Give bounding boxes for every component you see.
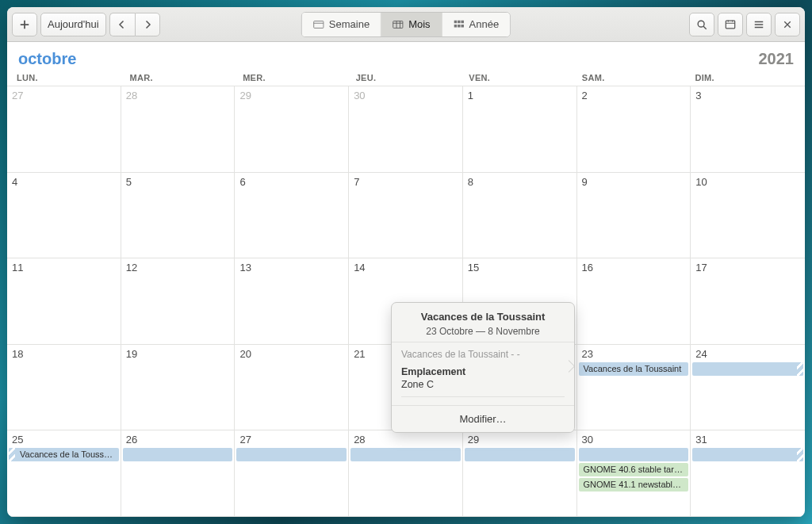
weekday: VEN. bbox=[462, 73, 576, 82]
add-event-button[interactable] bbox=[12, 13, 37, 36]
popover-body: Vacances de la Toussaint - - Emplacement… bbox=[392, 342, 574, 405]
day-cell[interactable]: 25Vacances de la Toussaint bbox=[7, 430, 121, 517]
view-week-button[interactable]: Semaine bbox=[302, 13, 381, 36]
svg-rect-5 bbox=[454, 25, 457, 28]
day-cell[interactable]: 6 bbox=[235, 173, 349, 259]
popover-edit-button[interactable]: Modifier… bbox=[392, 406, 574, 432]
day-number: 9 bbox=[582, 176, 686, 188]
view-month-button[interactable]: Mois bbox=[381, 13, 442, 36]
month-grid[interactable]: 2728293012345678910111213141516171819202… bbox=[7, 86, 805, 517]
day-cell[interactable]: 20 bbox=[235, 345, 349, 431]
event-pill[interactable] bbox=[123, 448, 233, 461]
popover-location-value: Zone C bbox=[401, 379, 565, 390]
weekday: MER. bbox=[236, 73, 350, 82]
day-cell[interactable]: 29 bbox=[235, 86, 349, 173]
event-continues-left-icon bbox=[9, 448, 15, 461]
day-cell[interactable]: 30 GNOME 40.6 stable tarba…GNOME 41.1 ne… bbox=[577, 430, 691, 517]
day-cell[interactable]: 13 bbox=[235, 258, 349, 345]
day-cell[interactable]: 12 bbox=[121, 258, 236, 345]
day-cell[interactable]: 10 bbox=[691, 173, 805, 259]
chevron-left-icon bbox=[117, 20, 127, 29]
svg-rect-7 bbox=[461, 25, 464, 28]
day-cell[interactable]: 17 bbox=[691, 258, 805, 345]
event-pill[interactable]: GNOME 40.6 stable tarba… bbox=[579, 463, 689, 476]
nav-group bbox=[109, 13, 160, 36]
day-cell[interactable]: 7 bbox=[349, 173, 463, 259]
svg-rect-0 bbox=[314, 21, 324, 28]
day-cell[interactable]: 23Vacances de la Toussaint bbox=[577, 345, 691, 431]
day-number: 24 bbox=[695, 348, 800, 360]
event-pill[interactable]: Vacances de la Toussaint bbox=[9, 448, 119, 461]
event-pill[interactable] bbox=[350, 448, 461, 461]
view-year-label: Année bbox=[469, 18, 500, 30]
day-number: 17 bbox=[695, 262, 800, 273]
popover-footer: Modifier… bbox=[392, 405, 574, 432]
search-button[interactable] bbox=[689, 13, 714, 36]
day-cell[interactable]: 29 bbox=[463, 430, 577, 517]
today-button[interactable]: Aujourd'hui bbox=[40, 13, 106, 36]
menu-button[interactable] bbox=[746, 13, 772, 36]
event-pill[interactable] bbox=[692, 448, 803, 461]
month-icon bbox=[393, 19, 404, 30]
day-number: 26 bbox=[126, 434, 230, 446]
day-cell[interactable]: 27 bbox=[235, 430, 349, 517]
day-cell[interactable]: 5 bbox=[121, 173, 236, 259]
day-number: 11 bbox=[12, 262, 116, 273]
day-cell[interactable]: 30 bbox=[349, 86, 463, 173]
search-icon bbox=[696, 19, 707, 30]
day-number: 13 bbox=[239, 262, 343, 273]
close-button[interactable] bbox=[775, 13, 800, 36]
day-number: 23 bbox=[582, 348, 686, 360]
day-number: 10 bbox=[695, 176, 800, 188]
prev-button[interactable] bbox=[109, 13, 135, 36]
event-pill[interactable] bbox=[236, 448, 347, 461]
day-number: 29 bbox=[468, 434, 572, 446]
day-cell[interactable]: 26 bbox=[121, 430, 236, 517]
day-number: 6 bbox=[239, 176, 343, 188]
day-cell[interactable]: 3 bbox=[691, 86, 805, 173]
day-cell[interactable]: 2 bbox=[577, 86, 691, 173]
day-cell[interactable]: 18 bbox=[7, 345, 121, 431]
day-cell[interactable]: 31 bbox=[691, 430, 805, 517]
day-cell[interactable]: 28 bbox=[121, 86, 236, 173]
day-number: 7 bbox=[354, 176, 458, 188]
headerbar-left: Aujourd'hui bbox=[12, 13, 160, 36]
event-popover: Vacances de la Toussaint 23 Octobre — 8 … bbox=[391, 302, 575, 433]
svg-rect-6 bbox=[458, 25, 461, 28]
day-cell[interactable]: 19 bbox=[121, 345, 236, 431]
event-continues-right-icon bbox=[797, 362, 803, 376]
day-cell[interactable]: 9 bbox=[577, 173, 691, 259]
svg-point-8 bbox=[698, 21, 704, 27]
view-week-label: Semaine bbox=[329, 18, 370, 30]
event-pill[interactable]: GNOME 41.1 newstable ta… bbox=[579, 478, 689, 491]
day-cell[interactable]: 4 bbox=[7, 173, 121, 259]
day-number: 28 bbox=[126, 90, 230, 101]
day-cell[interactable]: 11 bbox=[7, 258, 121, 345]
event-pill[interactable]: Vacances de la Toussaint bbox=[579, 362, 689, 376]
day-number: 15 bbox=[468, 262, 572, 273]
event-pill[interactable] bbox=[692, 362, 803, 376]
day-cell[interactable]: 24 bbox=[691, 345, 805, 431]
day-cell[interactable]: 27 bbox=[7, 86, 121, 173]
day-cell[interactable]: 8 bbox=[463, 173, 577, 259]
day-number: 8 bbox=[468, 176, 572, 188]
view-year-button[interactable]: Année bbox=[442, 13, 511, 36]
weekday: SAM. bbox=[576, 73, 689, 82]
day-cell[interactable]: 16 bbox=[577, 258, 691, 345]
day-number: 30 bbox=[582, 434, 686, 446]
day-cell[interactable]: 1 bbox=[463, 86, 577, 173]
day-number: 5 bbox=[126, 176, 230, 188]
day-number: 1 bbox=[468, 90, 572, 101]
event-pill[interactable] bbox=[579, 448, 689, 461]
day-number: 16 bbox=[582, 262, 686, 273]
calendars-button[interactable] bbox=[718, 13, 743, 36]
view-month-label: Mois bbox=[408, 18, 430, 30]
next-button[interactable] bbox=[135, 13, 160, 36]
year-icon bbox=[454, 19, 465, 30]
week-icon bbox=[313, 19, 324, 30]
year-label: 2021 bbox=[759, 50, 795, 68]
event-pill[interactable] bbox=[465, 448, 575, 461]
view-switcher: Semaine Mois Année bbox=[301, 12, 511, 37]
day-cell[interactable]: 28 bbox=[349, 430, 463, 517]
popover-header: Vacances de la Toussaint 23 Octobre — 8 … bbox=[392, 303, 574, 342]
